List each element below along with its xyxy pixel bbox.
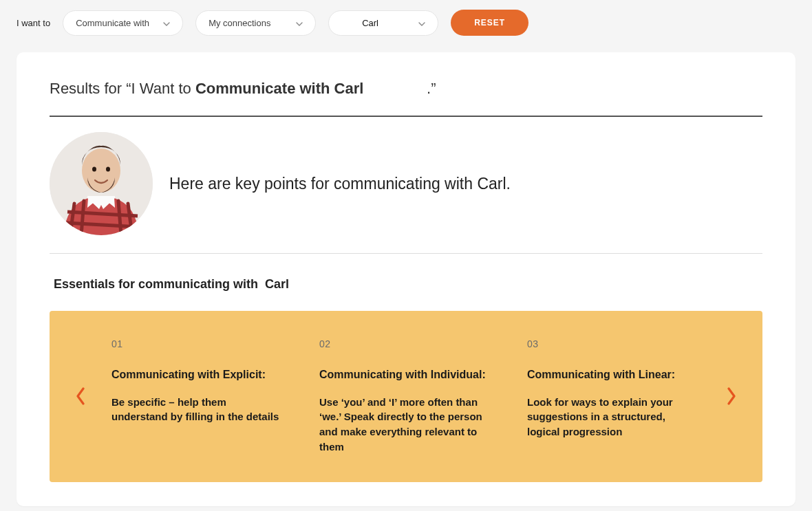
profile-intro-text: Here are key points for communicating wi… [169, 173, 511, 195]
filter-bar: I want to Communicate with My connection… [0, 0, 812, 52]
carousel-prev-button[interactable] [70, 382, 91, 410]
tip-card: 03 Communicating with Linear: Look for w… [527, 338, 701, 455]
scope-dropdown-value: My connections [209, 18, 270, 28]
results-title-prefix: Results for “I Want to [50, 80, 195, 97]
essentials-title-name: Carl [265, 277, 289, 291]
person-dropdown[interactable]: Carl [328, 10, 438, 36]
svg-point-1 [82, 149, 120, 193]
tip-number: 02 [319, 338, 493, 349]
scope-dropdown[interactable]: My connections [195, 10, 316, 36]
tip-body: Look for ways to explain your suggestion… [527, 395, 701, 439]
heavy-divider [50, 116, 762, 117]
svg-point-2 [92, 167, 96, 172]
tips-row: 01 Communicating with Explicit: Be speci… [98, 338, 714, 455]
tip-number: 03 [527, 338, 701, 349]
essentials-title-prefix: Essentials for communicating with [54, 277, 265, 291]
tip-card: 01 Communicating with Explicit: Be speci… [111, 338, 285, 455]
thin-divider [50, 253, 762, 254]
results-title-suffix: .” [363, 80, 436, 97]
tip-card: 02 Communicating with Individual: Use ‘y… [319, 338, 493, 455]
chevron-down-icon [418, 19, 425, 26]
action-dropdown[interactable]: Communicate with [63, 10, 183, 36]
chevron-down-icon [163, 19, 170, 26]
tip-number: 01 [111, 338, 285, 349]
reset-button[interactable]: RESET [451, 10, 528, 36]
person-dropdown-value: Carl [362, 18, 378, 28]
svg-point-3 [106, 167, 110, 172]
action-dropdown-value: Communicate with [76, 18, 149, 28]
essentials-title: Essentials for communicating with Carl [54, 277, 762, 292]
chevron-down-icon [296, 19, 303, 26]
results-title: Results for “I Want to Communicate with … [50, 80, 762, 98]
tip-body: Use ‘you’ and ‘I’ more often than ‘we.’ … [319, 395, 493, 455]
results-title-bold: Communicate with Carl [195, 80, 363, 97]
avatar [50, 132, 153, 235]
tip-title: Communicating with Individual: [319, 367, 493, 382]
tips-carousel: 01 Communicating with Explicit: Be speci… [50, 311, 762, 482]
tip-body: Be specific – help them understand by fi… [111, 395, 285, 425]
tip-title: Communicating with Explicit: [111, 367, 285, 382]
carousel-next-button[interactable] [721, 382, 742, 410]
profile-row: Here are key points for communicating wi… [50, 132, 762, 253]
results-card: Results for “I Want to Communicate with … [17, 52, 795, 506]
tip-title: Communicating with Linear: [527, 367, 701, 382]
filter-label: I want to [17, 18, 50, 28]
